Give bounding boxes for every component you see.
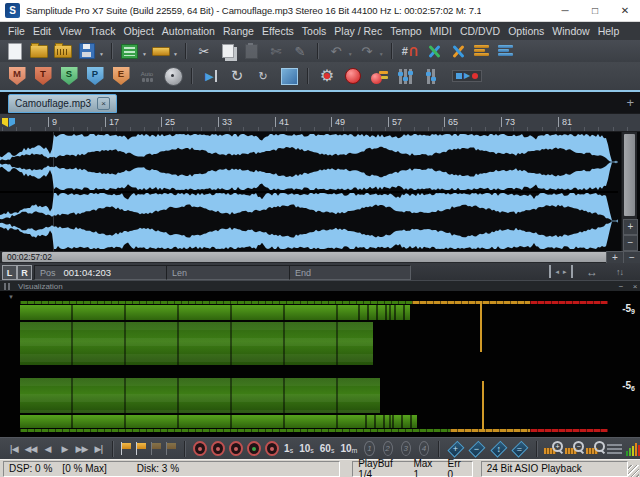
visualization-header[interactable]: Visualization − × <box>0 280 640 291</box>
zoom-preset-10m[interactable]: 10m <box>340 443 357 454</box>
vertical-zoom-out-button[interactable]: − <box>623 235 638 251</box>
play-loop-button[interactable]: ↻ <box>225 64 249 88</box>
new-tab-button[interactable]: + <box>626 95 634 110</box>
fast-rewind-button[interactable]: ◀◀ <box>23 440 38 458</box>
zoom-preset-60s[interactable]: 60s <box>320 443 335 454</box>
menu-edit[interactable]: Edit <box>29 25 55 37</box>
object-manager-button[interactable] <box>150 41 172 61</box>
play-range-loop-button[interactable]: ↻ <box>251 64 275 88</box>
resize-grip[interactable] <box>628 465 639 477</box>
object-manager-group[interactable]: ▼ <box>149 41 180 61</box>
menu-midi[interactable]: MIDI <box>426 25 456 37</box>
vertical-fit-diamond-button[interactable]: ↕ <box>490 440 507 457</box>
minimize-button[interactable]: ─ <box>550 0 580 22</box>
play-start-marker-icon[interactable] <box>2 118 8 127</box>
timeline-ruler[interactable]: 9 17 25 33 41 49 57 65 73 81 <box>0 113 640 132</box>
marker-next-button[interactable] <box>135 440 148 458</box>
transport-console-button[interactable]: ▶ <box>452 70 482 82</box>
vertical-zoom-out-diamond-button[interactable]: − <box>469 440 486 457</box>
record-button[interactable] <box>341 64 365 88</box>
tab-close-icon[interactable]: × <box>97 97 110 110</box>
range-previous-button[interactable] <box>193 441 207 456</box>
track-manager-dropdown-arrow[interactable]: ▼ <box>142 51 147 57</box>
zoom-snapshot-1-button[interactable]: 1 <box>364 441 374 456</box>
play-once-button[interactable]: ▶ <box>199 64 223 88</box>
copy-button[interactable] <box>217 41 239 61</box>
position-field[interactable]: Pos 001:04:203 <box>34 265 174 280</box>
fit-to-screen-icon[interactable]: ◄ ► <box>549 265 573 278</box>
track-manager-group[interactable]: ▼ <box>118 41 149 61</box>
spectrum-view-button[interactable] <box>626 442 640 456</box>
close-button[interactable]: ✕ <box>610 0 640 22</box>
zoom-snapshot-2-button[interactable]: 2 <box>383 441 393 456</box>
object-list-button[interactable] <box>471 41 493 61</box>
open-project-button[interactable] <box>28 41 50 61</box>
horizontal-scrollbar[interactable]: 00:02:57:02 + − <box>0 251 640 263</box>
track-manager-button[interactable] <box>119 41 141 61</box>
menu-options[interactable]: Options <box>504 25 548 37</box>
range-all-button[interactable] <box>265 441 279 456</box>
range-store-button[interactable] <box>247 441 261 456</box>
zoom-wave-range-button[interactable] <box>586 440 605 458</box>
play-mode-button[interactable]: P <box>83 64 107 88</box>
save-button[interactable] <box>76 41 98 61</box>
tab-camouflage-mp3[interactable]: Camouflage.mp3 × <box>8 94 117 113</box>
record-options-button[interactable]: ⚙ <box>315 64 339 88</box>
menu-window[interactable]: Window <box>548 25 593 37</box>
vertical-scrollbar-thumb[interactable] <box>624 134 635 216</box>
panel-close-button[interactable]: × <box>630 282 640 291</box>
new-project-button[interactable] <box>4 41 26 61</box>
vertical-scrollbar[interactable]: + − <box>621 132 637 251</box>
snap-button[interactable]: #U <box>399 41 421 61</box>
zoom-preset-1s[interactable]: 1s <box>284 443 293 454</box>
object-manager-dropdown-arrow[interactable]: ▼ <box>173 51 178 57</box>
go-to-end-button[interactable]: ▶| <box>91 440 106 458</box>
length-field[interactable]: Len <box>166 265 298 280</box>
range-recall-button[interactable] <box>229 441 243 456</box>
menu-help[interactable]: Help <box>594 25 624 37</box>
fast-forward-button[interactable]: ▶▶ <box>74 440 89 458</box>
save-button-group[interactable]: ▼ <box>75 41 106 61</box>
track-mode-button[interactable]: T <box>31 64 55 88</box>
range-next-button[interactable] <box>211 441 225 456</box>
cut-button[interactable]: ✂ <box>193 41 215 61</box>
step-back-button[interactable]: ◀ <box>40 440 55 458</box>
vertical-zoom-in-button[interactable]: + <box>623 219 638 235</box>
filter-dropdown-icon[interactable]: ▼ <box>8 294 14 300</box>
go-to-start-button[interactable]: |◀ <box>6 440 21 458</box>
horizontal-scrollbar-thumb[interactable]: 00:02:57:02 <box>2 252 607 262</box>
menu-cd-dvd[interactable]: CD/DVD <box>456 25 504 37</box>
menu-tools[interactable]: Tools <box>298 25 331 37</box>
stop-button[interactable] <box>277 64 301 88</box>
panel-minimize-button[interactable]: − <box>616 282 626 291</box>
waveform-canvas[interactable] <box>0 132 618 251</box>
waveform-draw-mode-button[interactable] <box>607 440 622 458</box>
crossfade-editor-button[interactable] <box>423 41 445 61</box>
zoom-wave-in-button[interactable]: + <box>544 440 563 458</box>
save-dropdown-arrow[interactable]: ▼ <box>99 51 104 57</box>
menu-file[interactable]: File <box>4 25 29 37</box>
vertical-reset-diamond-button[interactable]: = <box>512 440 529 457</box>
menu-view[interactable]: View <box>55 25 86 37</box>
menu-object[interactable]: Object <box>119 25 157 37</box>
zoom-snapshot-3-button[interactable]: 3 <box>401 441 411 456</box>
zoom-wave-out-button[interactable]: − <box>565 440 584 458</box>
panel-grip-icon[interactable] <box>4 283 12 290</box>
mixer-button[interactable] <box>393 64 417 88</box>
take-list-button[interactable] <box>495 41 517 61</box>
menu-effects[interactable]: Effects <box>258 25 298 37</box>
menu-track[interactable]: Track <box>86 25 120 37</box>
horizontal-arrows-icon[interactable]: ↔ <box>586 265 598 278</box>
vertical-arrows-icon[interactable]: ↑↓ <box>616 265 623 278</box>
maximize-button[interactable]: □ <box>580 0 610 22</box>
menu-automation[interactable]: Automation <box>158 25 219 37</box>
step-forward-button[interactable]: ▶ <box>57 440 72 458</box>
play-cursor-marker-icon[interactable] <box>9 118 15 127</box>
zoom-snapshot-4-button[interactable]: 4 <box>419 441 429 456</box>
mute-mode-button[interactable]: M <box>5 64 29 88</box>
marker-previous-button[interactable] <box>120 440 133 458</box>
menu-range[interactable]: Range <box>219 25 258 37</box>
vertical-zoom-in-diamond-button[interactable]: + <box>447 440 464 457</box>
punch-record-button[interactable] <box>367 64 391 88</box>
edit-mode-button[interactable]: E <box>109 64 133 88</box>
